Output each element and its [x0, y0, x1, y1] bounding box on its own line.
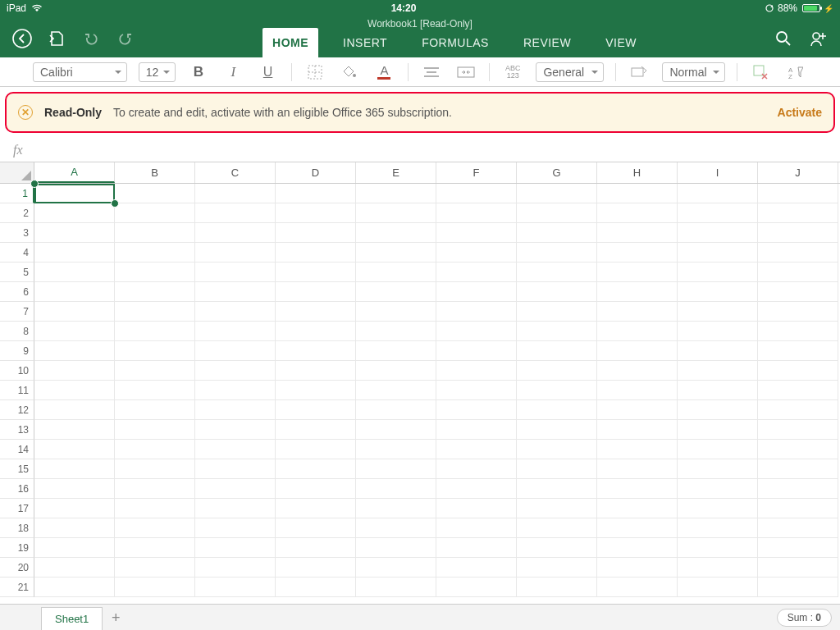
cell[interactable]	[678, 184, 758, 203]
cell[interactable]	[517, 282, 597, 302]
cell[interactable]	[195, 558, 276, 578]
cell[interactable]	[276, 420, 356, 440]
cell[interactable]	[195, 223, 276, 243]
row-header[interactable]: 16	[0, 479, 34, 499]
row-header[interactable]: 19	[0, 538, 34, 558]
row-header[interactable]: 17	[0, 499, 34, 518]
cell[interactable]	[517, 558, 597, 578]
cell[interactable]	[195, 440, 276, 459]
select-all-corner[interactable]	[0, 162, 34, 183]
cell[interactable]	[597, 499, 678, 518]
cell[interactable]	[34, 262, 115, 282]
cell[interactable]	[678, 381, 758, 400]
cell[interactable]	[436, 518, 517, 538]
cell[interactable]	[517, 262, 597, 282]
cell[interactable]	[276, 302, 356, 322]
cell[interactable]	[356, 381, 436, 400]
cell[interactable]	[276, 361, 356, 381]
cell[interactable]	[195, 184, 276, 203]
sheet-tab-active[interactable]: Sheet1	[41, 607, 103, 630]
cell[interactable]	[356, 558, 436, 578]
cell[interactable]	[276, 459, 356, 479]
cell[interactable]	[195, 420, 276, 440]
insert-delete-button[interactable]	[749, 62, 772, 83]
cell[interactable]	[115, 538, 195, 558]
cell[interactable]	[678, 538, 758, 558]
cell[interactable]	[34, 203, 115, 223]
cell[interactable]	[678, 400, 758, 420]
cell[interactable]	[34, 518, 115, 538]
cell[interactable]	[195, 400, 276, 420]
cell[interactable]	[678, 440, 758, 459]
cell[interactable]	[195, 322, 276, 341]
cell[interactable]	[678, 361, 758, 381]
cell[interactable]	[115, 184, 195, 203]
cell[interactable]	[356, 243, 436, 262]
cell[interactable]	[356, 479, 436, 499]
cell[interactable]	[34, 420, 115, 440]
cell[interactable]	[758, 282, 838, 302]
row-header[interactable]: 20	[0, 558, 34, 578]
row-header[interactable]: 3	[0, 223, 34, 243]
cell[interactable]	[276, 538, 356, 558]
activate-button[interactable]: Activate	[778, 106, 822, 119]
row-header[interactable]: 9	[0, 341, 34, 361]
cell[interactable]	[276, 479, 356, 499]
cell[interactable]	[356, 538, 436, 558]
cell[interactable]	[758, 459, 838, 479]
cell[interactable]	[276, 400, 356, 420]
cell[interactable]	[356, 184, 436, 203]
font-name-dropdown[interactable]: Calibri	[33, 62, 127, 82]
cell[interactable]	[758, 479, 838, 499]
cell[interactable]	[758, 440, 838, 459]
cell[interactable]	[758, 223, 838, 243]
row-header[interactable]: 2	[0, 203, 34, 223]
spreadsheet-grid[interactable]: ABCDEFGHIJ123456789101112131415161718192…	[0, 162, 840, 597]
cell[interactable]	[276, 262, 356, 282]
cell[interactable]	[356, 282, 436, 302]
back-button[interactable]	[11, 28, 33, 49]
cell[interactable]	[356, 420, 436, 440]
underline-button[interactable]: U	[256, 62, 279, 83]
cell[interactable]	[34, 184, 115, 203]
row-header[interactable]: 10	[0, 361, 34, 381]
cell[interactable]	[758, 381, 838, 400]
row-header[interactable]: 21	[0, 578, 34, 597]
selection-handle-br[interactable]	[111, 199, 119, 208]
cell[interactable]	[115, 341, 195, 361]
cell[interactable]	[597, 420, 678, 440]
sort-filter-button[interactable]: AZ	[784, 62, 807, 83]
tab-home[interactable]: HOME	[262, 28, 318, 57]
cell[interactable]	[678, 341, 758, 361]
cell[interactable]	[597, 203, 678, 223]
cell[interactable]	[597, 518, 678, 538]
merge-button[interactable]	[454, 62, 477, 83]
column-header[interactable]: A	[34, 162, 115, 183]
close-banner-icon[interactable]: ✕	[18, 105, 33, 120]
cell[interactable]	[356, 400, 436, 420]
cell[interactable]	[115, 578, 195, 597]
cell[interactable]	[34, 558, 115, 578]
cell[interactable]	[195, 302, 276, 322]
cell[interactable]	[276, 282, 356, 302]
cell[interactable]	[276, 341, 356, 361]
cell[interactable]	[758, 361, 838, 381]
file-button[interactable]	[46, 28, 67, 49]
align-button[interactable]	[420, 62, 443, 83]
cell[interactable]	[436, 499, 517, 518]
cell[interactable]	[436, 479, 517, 499]
cell[interactable]	[678, 558, 758, 578]
cell[interactable]	[195, 361, 276, 381]
cell[interactable]	[597, 381, 678, 400]
cell[interactable]	[276, 322, 356, 341]
cell[interactable]	[115, 459, 195, 479]
cell[interactable]	[34, 223, 115, 243]
cell[interactable]	[115, 203, 195, 223]
cell[interactable]	[597, 243, 678, 262]
cell[interactable]	[276, 558, 356, 578]
row-header[interactable]: 11	[0, 381, 34, 400]
cell[interactable]	[758, 203, 838, 223]
cell[interactable]	[678, 479, 758, 499]
cell[interactable]	[34, 578, 115, 597]
cell[interactable]	[678, 578, 758, 597]
